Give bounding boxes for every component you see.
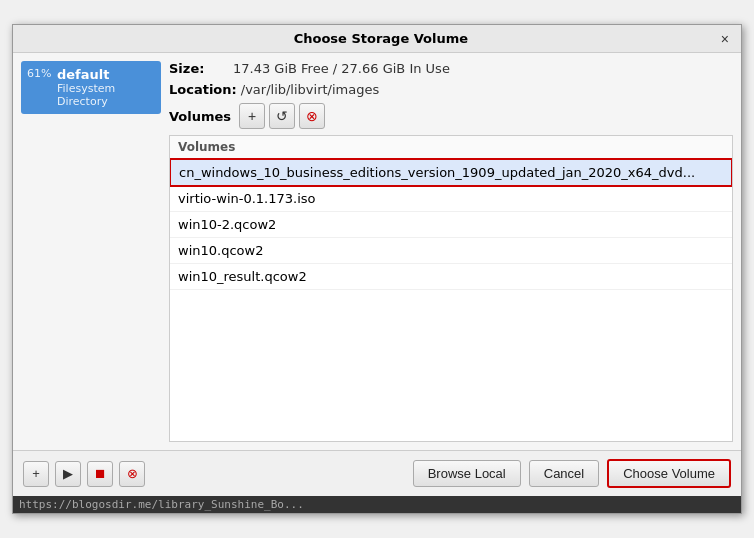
left-panel: 61% default Filesystem Directory xyxy=(21,61,161,442)
size-label: Size: xyxy=(169,61,229,76)
volumes-toolbar: Volumes + ↺ ⊗ xyxy=(169,103,733,129)
volume-item[interactable]: win10.qcow2 xyxy=(170,238,732,264)
choose-storage-volume-dialog: Choose Storage Volume × 61% default File… xyxy=(12,24,742,514)
pool-type: Filesystem Directory xyxy=(29,82,153,108)
title-bar: Choose Storage Volume × xyxy=(13,25,741,53)
footer-add-button[interactable]: + xyxy=(23,461,49,487)
location-value: /var/lib/libvirt/images xyxy=(241,82,380,97)
refresh-button[interactable]: ↺ xyxy=(269,103,295,129)
browse-local-button[interactable]: Browse Local xyxy=(413,460,521,487)
volume-item[interactable]: win10_result.qcow2 xyxy=(170,264,732,290)
choose-volume-button[interactable]: Choose Volume xyxy=(607,459,731,488)
dialog-title: Choose Storage Volume xyxy=(43,31,719,46)
volumes-list: cn_windows_10_business_editions_version_… xyxy=(170,159,732,290)
volumes-label: Volumes xyxy=(169,109,231,124)
pool-item-default[interactable]: 61% default Filesystem Directory xyxy=(21,61,161,114)
volumes-list-header: Volumes xyxy=(170,136,732,159)
status-bar: https://blogosdir.me/library_Sunshine_Bo… xyxy=(13,496,741,513)
dialog-body: 61% default Filesystem Directory Size: 1… xyxy=(13,53,741,450)
add-volume-button[interactable]: + xyxy=(239,103,265,129)
dialog-footer: + ▶ ⏹ ⊗ Browse Local Cancel Choose Volum… xyxy=(13,450,741,496)
pool-percent: 61% xyxy=(27,67,51,80)
footer-delete-button[interactable]: ⊗ xyxy=(119,461,145,487)
footer-right: Browse Local Cancel Choose Volume xyxy=(413,459,731,488)
volume-item[interactable]: cn_windows_10_business_editions_version_… xyxy=(170,159,732,186)
close-button[interactable]: × xyxy=(719,32,731,46)
delete-volume-button[interactable]: ⊗ xyxy=(299,103,325,129)
volume-item[interactable]: win10-2.qcow2 xyxy=(170,212,732,238)
location-row: Location: /var/lib/libvirt/images xyxy=(169,82,733,97)
size-row: Size: 17.43 GiB Free / 27.66 GiB In Use xyxy=(169,61,733,76)
right-panel: Size: 17.43 GiB Free / 27.66 GiB In Use … xyxy=(169,61,733,442)
status-text: https://blogosdir.me/library_Sunshine_Bo… xyxy=(19,498,304,511)
volume-item[interactable]: virtio-win-0.1.173.iso xyxy=(170,186,732,212)
footer-play-button[interactable]: ▶ xyxy=(55,461,81,487)
location-label: Location: xyxy=(169,82,237,97)
size-value: 17.43 GiB Free / 27.66 GiB In Use xyxy=(233,61,450,76)
footer-stop-button[interactable]: ⏹ xyxy=(87,461,113,487)
footer-left: + ▶ ⏹ ⊗ xyxy=(23,461,145,487)
volumes-list-container: Volumes cn_windows_10_business_editions_… xyxy=(169,135,733,442)
cancel-button[interactable]: Cancel xyxy=(529,460,599,487)
